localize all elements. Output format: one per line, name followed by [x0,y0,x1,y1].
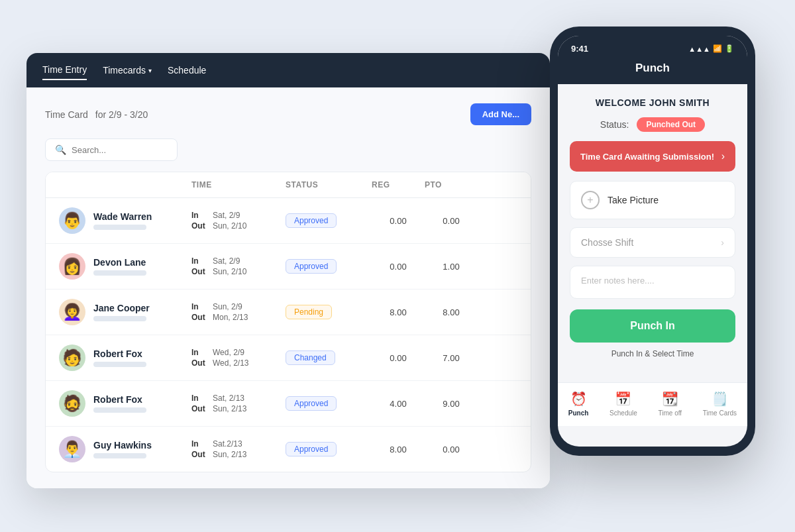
employee-name: Devon Lane [93,257,146,268]
col-time: Time [191,180,286,189]
take-picture-row[interactable]: + Take Picture [570,181,735,219]
punch-select-time[interactable]: Punch In & Select Time [570,349,735,358]
notes-field[interactable]: Enter notes here.... [570,266,735,299]
avatar: 🧔 [59,390,85,417]
time-cell: InSun, 2/9 OutMon, 2/13 [191,302,286,322]
phone-bottom-nav: ⏰ Punch 📅 Schedule 📆 Time off 🗒️ Time Ca… [558,382,747,426]
status-badge-cell: Changed [286,350,372,365]
add-new-button[interactable]: Add Ne... [470,103,531,125]
search-bar: 🔍 [45,138,178,161]
status-badge: Approved [286,396,337,411]
nav-time-entry[interactable]: Time Entry [42,60,87,80]
status-badge: Changed [286,350,335,365]
phone-statusbar: 9:41 ▲▲▲ 📶 🔋 [558,36,747,59]
alert-text: Time Card Awaiting Submission! [580,152,714,162]
app-nav: Time Entry Timecards ▾ Schedule [26,53,550,87]
employee-cell: 👩 Devon Lane [59,253,191,280]
table-row[interactable]: 🧑 Robert Fox InWed, 2/9 OutWed, 2/13 Cha… [46,335,531,381]
pto-cell: 0.00 [425,445,478,454]
nav-time-entry-label: Time Entry [42,64,87,75]
time-cell: InSat, 2/9 OutSun, 2/10 [191,211,286,231]
choose-shift-row[interactable]: Chosse Shift › [570,227,735,258]
punch-nav-icon: ⏰ [570,391,587,407]
time-cell: InWed, 2/9 OutWed, 2/13 [191,348,286,368]
reg-cell: 0.00 [372,353,425,363]
avatar: 👩‍🦱 [59,299,85,325]
search-input[interactable] [72,145,168,155]
status-badge: Approved [286,213,337,228]
employee-role [93,407,146,413]
table-row[interactable]: 👨 Wade Warren InSat, 2/9 OutSun, 2/10 Ap… [46,198,531,244]
bottom-nav-schedule[interactable]: 📅 Schedule [610,391,637,417]
status-row: Status: Punched Out [570,117,735,132]
phone-screen: 9:41 ▲▲▲ 📶 🔋 Punch WELCOME JOHN SMITH St… [558,36,747,447]
reg-cell: 0.00 [372,216,425,226]
employee-cell: 👨 Wade Warren [59,207,191,234]
timeoff-nav-icon: 📆 [662,391,678,407]
time-cell: InSat, 2/9 OutSun, 2/10 [191,256,286,276]
pto-cell: 8.00 [425,307,478,317]
status-badge-cell: Approved [286,396,372,411]
page-title: Time Card for 2/9 - 3/20 [45,107,148,121]
avatar: 👩 [59,253,85,280]
reg-cell: 8.00 [372,445,425,454]
wifi-icon: 📶 [713,44,722,53]
status-badge: Pending [286,305,332,319]
employee-cell: 👩‍🦱 Jane Cooper [59,299,191,325]
plus-icon: + [581,191,600,209]
page-header: Time Card for 2/9 - 3/20 Add Ne... [45,103,531,125]
col-employee [59,180,191,189]
timeoff-nav-label: Time off [659,409,682,417]
employee-role [93,225,146,230]
battery-icon: 🔋 [725,44,734,53]
pto-cell: 1.00 [425,262,478,272]
employee-name: Jane Cooper [93,303,150,313]
table-row[interactable]: 👩 Devon Lane InSat, 2/9 OutSun, 2/10 App… [46,244,531,290]
table-row[interactable]: 🧔 Robert Fox InSat, 2/13 OutSun, 2/13 Ap… [46,381,531,427]
pto-cell: 0.00 [425,216,478,226]
nav-schedule[interactable]: Schedule [168,61,206,80]
employee-name: Robert Fox [93,394,146,405]
choose-shift-label: Chosse Shift [581,237,633,248]
nav-timecards[interactable]: Timecards ▾ [103,61,152,80]
employee-role [93,316,146,321]
status-badge: Approved [286,442,337,456]
table-row[interactable]: 👨‍💼 Guy Hawkins InSat.2/13 OutSun, 2/13 … [46,427,531,472]
alert-banner[interactable]: Time Card Awaiting Submission! › [570,141,735,172]
punch-in-button[interactable]: Punch In [570,309,735,343]
reg-cell: 0.00 [372,262,425,272]
status-badge-cell: Approved [286,259,372,274]
pto-cell: 9.00 [425,399,478,409]
bottom-nav-timecards[interactable]: 🗒️ Time Cards [703,391,737,417]
employee-role [93,270,146,276]
app-content: Time Card for 2/9 - 3/20 Add Ne... 🔍 Tim… [26,87,550,488]
phone-body: WELCOME JOHN SMITH Status: Punched Out T… [558,84,747,382]
reg-cell: 8.00 [372,307,425,317]
table-row[interactable]: 👩‍🦱 Jane Cooper InSun, 2/9 OutMon, 2/13 … [46,290,531,335]
alert-arrow-icon: › [721,150,725,162]
status-label: Status: [600,119,629,130]
employee-role [93,453,146,458]
punched-out-badge: Punched Out [637,117,705,132]
signal-icon: ▲▲▲ [688,45,710,53]
time-cell: InSat, 2/13 OutSun, 2/13 [191,394,286,413]
status-badge-cell: Approved [286,213,372,228]
pto-cell: 7.00 [425,353,478,363]
nav-timecards-label: Timecards [103,65,146,76]
status-badge-cell: Pending [286,305,372,319]
bottom-nav-punch[interactable]: ⏰ Punch [568,391,589,417]
employee-cell: 👨‍💼 Guy Hawkins [59,436,191,462]
col-reg: Reg [372,180,425,189]
status-badge-cell: Approved [286,442,372,456]
time-cell: InSat.2/13 OutSun, 2/13 [191,439,286,459]
employee-name: Robert Fox [93,348,146,359]
phone-time: 9:41 [571,44,588,54]
mobile-phone: 9:41 ▲▲▲ 📶 🔋 Punch WELCOME JOHN SMITH St… [550,27,755,456]
col-status: Status [286,180,372,189]
employee-cell: 🧔 Robert Fox [59,390,191,417]
search-icon: 🔍 [55,144,66,155]
avatar: 🧑 [59,345,85,371]
desktop-app: Time Entry Timecards ▾ Schedule Time Car… [26,53,550,488]
employee-cell: 🧑 Robert Fox [59,345,191,371]
bottom-nav-timeoff[interactable]: 📆 Time off [659,391,682,417]
